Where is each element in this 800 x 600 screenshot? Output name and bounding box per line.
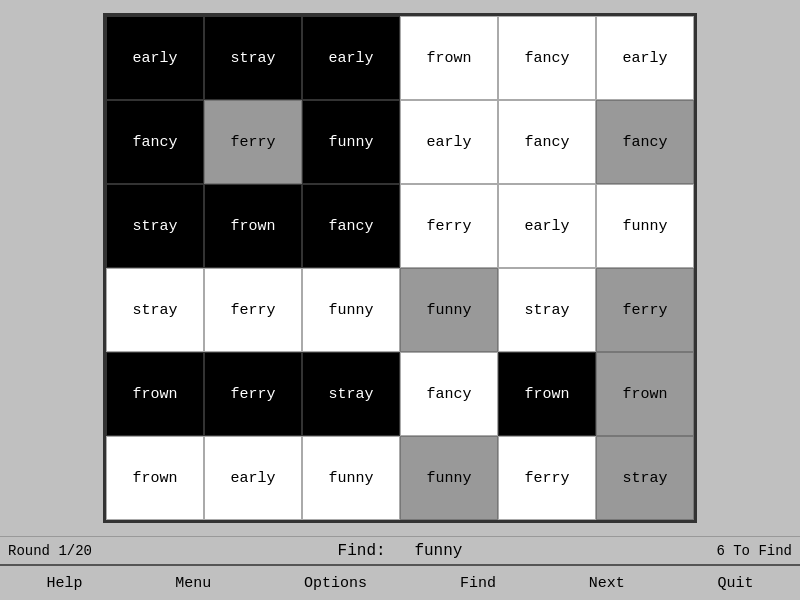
options-button[interactable]: Options [294,573,377,594]
grid-cell-6[interactable]: fancy [106,100,204,184]
grid-cell-18[interactable]: stray [106,268,204,352]
status-bar: Round 1/20 Find: funny 6 To Find [0,536,800,564]
grid-cell-32[interactable]: funny [302,436,400,520]
grid-cell-8[interactable]: funny [302,100,400,184]
grid-cell-9[interactable]: early [400,100,498,184]
bottom-bar: HelpMenuOptionsFindNextQuit [0,564,800,600]
grid-cell-15[interactable]: ferry [400,184,498,268]
grid-cell-1[interactable]: stray [204,16,302,100]
grid-cell-29[interactable]: frown [596,352,694,436]
grid-cell-17[interactable]: funny [596,184,694,268]
quit-button[interactable]: Quit [708,573,764,594]
grid-cell-27[interactable]: fancy [400,352,498,436]
grid-cell-3[interactable]: frown [400,16,498,100]
grid-cell-23[interactable]: ferry [596,268,694,352]
main-area: earlystrayearlyfrownfancyearlyfancyferry… [0,0,800,536]
grid-cell-13[interactable]: frown [204,184,302,268]
grid-cell-34[interactable]: ferry [498,436,596,520]
grid-cell-20[interactable]: funny [302,268,400,352]
grid-cell-19[interactable]: ferry [204,268,302,352]
grid-container: earlystrayearlyfrownfancyearlyfancyferry… [103,13,697,523]
menu-button[interactable]: Menu [165,573,221,594]
grid-cell-21[interactable]: funny [400,268,498,352]
grid-cell-0[interactable]: early [106,16,204,100]
grid-cell-14[interactable]: fancy [302,184,400,268]
grid-cell-12[interactable]: stray [106,184,204,268]
grid-cell-28[interactable]: frown [498,352,596,436]
grid-cell-25[interactable]: ferry [204,352,302,436]
find-label: Find: [338,542,386,560]
grid-cell-22[interactable]: stray [498,268,596,352]
grid-cell-7[interactable]: ferry [204,100,302,184]
find-button[interactable]: Find [450,573,506,594]
grid-cell-11[interactable]: fancy [596,100,694,184]
grid-cell-4[interactable]: fancy [498,16,596,100]
grid-cell-24[interactable]: frown [106,352,204,436]
grid-cell-16[interactable]: early [498,184,596,268]
grid-cell-26[interactable]: stray [302,352,400,436]
grid-cell-33[interactable]: funny [400,436,498,520]
grid-cell-10[interactable]: fancy [498,100,596,184]
find-indicator: Find: funny [204,542,596,560]
grid-cell-30[interactable]: frown [106,436,204,520]
grid-cell-5[interactable]: early [596,16,694,100]
grid-cell-31[interactable]: early [204,436,302,520]
round-indicator: Round 1/20 [8,543,204,559]
help-button[interactable]: Help [36,573,92,594]
next-button[interactable]: Next [579,573,635,594]
grid-cell-2[interactable]: early [302,16,400,100]
find-word: funny [414,542,462,560]
grid-cell-35[interactable]: stray [596,436,694,520]
to-find-indicator: 6 To Find [596,543,792,559]
